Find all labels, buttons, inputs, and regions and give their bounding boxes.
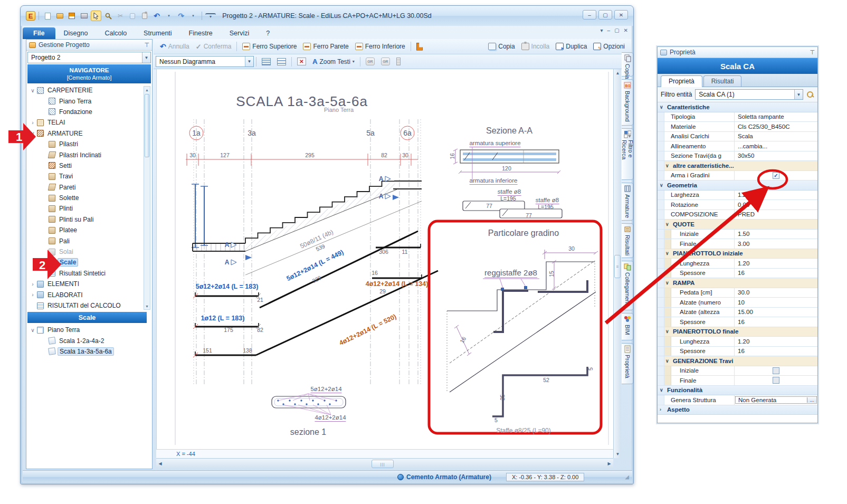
diagram-view-1-button[interactable] bbox=[259, 57, 274, 66]
checkbox-iniziale[interactable] bbox=[773, 367, 779, 374]
collapse-icon[interactable]: ∨ bbox=[660, 387, 665, 393]
doc-window-control[interactable]: ▾ bbox=[601, 27, 603, 33]
property-value[interactable]: 1.50 bbox=[734, 230, 817, 239]
cut-icon[interactable]: ✂ bbox=[115, 11, 126, 21]
property-value[interactable]: PRED bbox=[734, 210, 817, 220]
scroll-down-icon[interactable]: ▼ bbox=[144, 303, 150, 309]
doc-window-control[interactable]: ✕ bbox=[624, 27, 628, 33]
subsection-altre-caratteristiche-[interactable]: ∨altre caratteristiche... bbox=[664, 161, 817, 170]
collapse-icon[interactable]: ∨ bbox=[660, 104, 665, 110]
print-icon[interactable] bbox=[79, 11, 89, 21]
property-value[interactable]: 30x50 bbox=[734, 151, 817, 161]
subsection-quote[interactable]: ∨QUOTE bbox=[664, 220, 817, 229]
collapse-icon[interactable]: ∨ bbox=[665, 358, 671, 364]
project-combobox[interactable]: Progetto 2 ▼ bbox=[27, 52, 151, 63]
entity-filter-combobox[interactable]: Scala CA (1) ▼ bbox=[695, 89, 803, 100]
chevron-down-icon[interactable]: ▼ bbox=[245, 56, 253, 66]
annulla-button[interactable]: ↶Annulla bbox=[157, 41, 193, 52]
customize-qat-icon[interactable]: ▾ bbox=[205, 13, 216, 18]
collapse-icon[interactable]: ∨ bbox=[665, 329, 671, 334]
property-value[interactable]: 1.20 bbox=[734, 259, 817, 268]
tab-propriet[interactable]: Proprietà bbox=[661, 75, 702, 87]
menu-item-calcolo[interactable]: Calcolo bbox=[96, 27, 135, 39]
property-value[interactable]: 0.00 bbox=[734, 200, 817, 210]
undo-icon[interactable]: ↶ bbox=[151, 11, 162, 21]
property-value[interactable]: Soletta rampante bbox=[734, 112, 817, 122]
gr-3d-button[interactable]: GR bbox=[378, 56, 393, 66]
menu-item-disegno[interactable]: Disegno bbox=[55, 27, 97, 39]
property-value[interactable]: Scala bbox=[734, 132, 817, 141]
tree-item-travi[interactable]: ·Travi bbox=[27, 171, 142, 182]
collapse-icon[interactable]: ∨ bbox=[30, 130, 36, 136]
zoom-testi-button[interactable]: A Zoom Testi ▾ bbox=[309, 56, 358, 66]
title-bar[interactable]: E ✂ ↶ ▾ ↷ ▾ ▾ bbox=[21, 6, 633, 26]
tree-item-armature[interactable]: ∨ARMATURE bbox=[27, 128, 142, 139]
property-value[interactable]: 16 bbox=[734, 317, 817, 327]
scroll-right-icon[interactable]: ▶ bbox=[605, 460, 613, 468]
redo-dropdown-icon[interactable]: ▾ bbox=[188, 11, 198, 21]
collapse-icon[interactable]: ∨ bbox=[30, 88, 36, 93]
paste-icon[interactable] bbox=[139, 11, 150, 21]
gr-2d-button[interactable]: GR bbox=[363, 56, 378, 66]
panel-tab-risultati[interactable]: Risultati bbox=[622, 223, 633, 258]
duplica-button[interactable]: Duplica bbox=[553, 42, 590, 51]
property-value[interactable] bbox=[734, 366, 817, 376]
zoom-tool-icon[interactable] bbox=[103, 11, 113, 21]
section-aspetto[interactable]: ›Aspetto bbox=[658, 405, 817, 415]
icon-button[interactable] bbox=[413, 42, 426, 52]
doc-window-control[interactable]: – bbox=[607, 27, 611, 33]
drawing-canvas[interactable]: SCALA 1a-3a-5a-6aPiano Terra1a3a5a6a3012… bbox=[156, 69, 613, 449]
close-button[interactable]: ✕ bbox=[614, 10, 628, 20]
ruler-button[interactable] bbox=[393, 56, 404, 66]
chevron-down-icon[interactable]: ▼ bbox=[794, 90, 803, 99]
search-icon[interactable] bbox=[806, 91, 814, 99]
copia-button[interactable]: Copia bbox=[485, 42, 518, 51]
tree-item-solai[interactable]: ·Solai bbox=[27, 246, 142, 257]
tree-item-telai[interactable]: ›TELAI bbox=[27, 117, 142, 128]
tree-item-pilastri[interactable]: ·Pilastri bbox=[27, 139, 142, 149]
tree-item-elaborati[interactable]: ›ELABORATI bbox=[27, 289, 142, 300]
copy-icon[interactable] bbox=[127, 11, 138, 21]
scroll-down-icon[interactable]: ▼ bbox=[614, 450, 622, 458]
property-value[interactable]: 16 bbox=[734, 269, 817, 278]
ellipsis-button[interactable]: ... bbox=[807, 397, 816, 403]
vertical-scrollbar[interactable]: ▲ ≡ ▼ bbox=[613, 69, 621, 458]
doc-window-control[interactable]: ▢ bbox=[614, 27, 619, 33]
expand-icon[interactable]: › bbox=[660, 407, 665, 412]
tab-risultati[interactable]: Risultati bbox=[703, 75, 742, 87]
menu-item-file[interactable]: File bbox=[23, 27, 55, 39]
tree-item-fondazione[interactable]: ·Fondazione bbox=[27, 107, 142, 117]
tree-scrollbar[interactable]: ▲ ▼ bbox=[144, 86, 150, 310]
redo-icon[interactable]: ↷ bbox=[176, 11, 186, 21]
subsection-pianerottolo-finale[interactable]: ∨PIANEROTTOLO finale bbox=[664, 327, 817, 337]
collapse-icon[interactable]: ∨ bbox=[30, 327, 36, 333]
subsection-generazione-travi[interactable]: ∨GENERAZIONE Travi bbox=[664, 356, 817, 366]
subsection-rampa[interactable]: ∨RAMPA bbox=[664, 278, 817, 288]
expand-icon[interactable]: › bbox=[30, 292, 36, 298]
new-document-icon[interactable] bbox=[42, 11, 53, 21]
resize-grip[interactable]: ◢ bbox=[625, 474, 630, 480]
checkbox-finale[interactable] bbox=[773, 377, 779, 384]
property-value[interactable]: 1.20 bbox=[734, 191, 817, 200]
genera-struttura-editor[interactable]: Non Generata... bbox=[735, 396, 817, 404]
tree-item-setti[interactable]: ·Setti bbox=[27, 160, 142, 171]
menu-item-strumenti[interactable]: Strumenti bbox=[135, 27, 180, 39]
diagram-view-2-button[interactable] bbox=[274, 57, 289, 66]
tree-item-piano-terra[interactable]: ·Piano Terra bbox=[27, 96, 142, 106]
property-value[interactable]: 30.0 bbox=[734, 288, 817, 298]
property-value[interactable]: 15.00 bbox=[734, 308, 817, 317]
chevron-down-icon[interactable]: ▼ bbox=[142, 52, 150, 63]
pin-icon[interactable]: ⊤ bbox=[144, 42, 149, 49]
menu-item-servizi[interactable]: Servizi bbox=[221, 27, 258, 39]
property-value[interactable]: 10 bbox=[734, 298, 817, 307]
open-folder-icon[interactable] bbox=[54, 11, 65, 21]
app-logo-icon[interactable]: E bbox=[26, 11, 35, 21]
menu-item-finestre[interactable]: Finestre bbox=[180, 27, 221, 39]
panel-tab-filtro-e-ricerca[interactable]: Filtro e Ricerca bbox=[622, 128, 633, 180]
tree-item-plinti-su-pali[interactable]: ·Plinti su Pali bbox=[27, 214, 142, 225]
tree-item-elementi[interactable]: ›ELEMENTI bbox=[27, 279, 142, 289]
property-value[interactable]: Non Generata... bbox=[734, 395, 817, 405]
maximize-button[interactable]: ▢ bbox=[598, 10, 612, 20]
collapse-icon[interactable]: ∨ bbox=[665, 222, 671, 227]
tree-item-platee[interactable]: ·Platee bbox=[27, 225, 142, 235]
